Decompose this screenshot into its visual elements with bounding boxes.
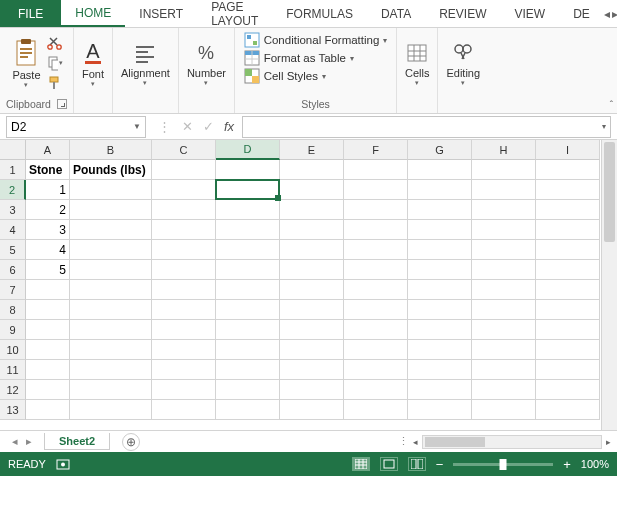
cell-B12[interactable]: [70, 380, 152, 400]
tab-formulas[interactable]: FORMULAS: [272, 0, 367, 27]
row-header-5[interactable]: 5: [0, 240, 26, 260]
cell-A6[interactable]: 5: [26, 260, 70, 280]
cell-C4[interactable]: [152, 220, 216, 240]
cell-I11[interactable]: [536, 360, 600, 380]
cell-D8[interactable]: [216, 300, 280, 320]
tab-view[interactable]: VIEW: [501, 0, 560, 27]
cell-B7[interactable]: [70, 280, 152, 300]
row-header-9[interactable]: 9: [0, 320, 26, 340]
tab-page-layout[interactable]: PAGE LAYOUT: [197, 0, 272, 27]
chevron-down-icon[interactable]: ▾: [350, 54, 354, 63]
cell-I13[interactable]: [536, 400, 600, 420]
column-header-E[interactable]: E: [280, 140, 344, 160]
cell-G8[interactable]: [408, 300, 472, 320]
cell-I4[interactable]: [536, 220, 600, 240]
cell-F3[interactable]: [344, 200, 408, 220]
cell-I3[interactable]: [536, 200, 600, 220]
row-header-1[interactable]: 1: [0, 160, 26, 180]
cell-B10[interactable]: [70, 340, 152, 360]
number-button[interactable]: % Number ▾: [185, 39, 228, 87]
cell-A4[interactable]: 3: [26, 220, 70, 240]
chevron-down-icon[interactable]: ▾: [91, 80, 95, 88]
cell-C8[interactable]: [152, 300, 216, 320]
cell-F11[interactable]: [344, 360, 408, 380]
cell-A8[interactable]: [26, 300, 70, 320]
cell-G3[interactable]: [408, 200, 472, 220]
cell-H12[interactable]: [472, 380, 536, 400]
ribbon-collapse-button[interactable]: ˆ: [610, 100, 613, 111]
chevron-down-icon[interactable]: ▾: [602, 122, 606, 131]
cell-B5[interactable]: [70, 240, 152, 260]
cell-C10[interactable]: [152, 340, 216, 360]
chevron-down-icon[interactable]: ▾: [204, 79, 208, 87]
tab-home[interactable]: HOME: [61, 0, 125, 27]
cell-C2[interactable]: [152, 180, 216, 200]
file-tab[interactable]: FILE: [0, 0, 61, 27]
sheet-nav-prev[interactable]: ◂: [12, 435, 18, 448]
cell-D5[interactable]: [216, 240, 280, 260]
cell-F1[interactable]: [344, 160, 408, 180]
cell-E6[interactable]: [280, 260, 344, 280]
cell-C1[interactable]: [152, 160, 216, 180]
horizontal-scrollbar[interactable]: [422, 435, 602, 449]
cell-H3[interactable]: [472, 200, 536, 220]
cell-F2[interactable]: [344, 180, 408, 200]
zoom-out-button[interactable]: −: [436, 457, 444, 472]
view-normal-button[interactable]: [352, 457, 370, 471]
row-header-12[interactable]: 12: [0, 380, 26, 400]
enter-icon[interactable]: ✓: [203, 119, 214, 134]
new-sheet-button[interactable]: ⊕: [122, 433, 140, 451]
column-header-C[interactable]: C: [152, 140, 216, 160]
cell-C3[interactable]: [152, 200, 216, 220]
cell-D6[interactable]: [216, 260, 280, 280]
chevron-down-icon[interactable]: ▾: [415, 79, 419, 87]
column-header-D[interactable]: D: [216, 140, 280, 160]
cell-D13[interactable]: [216, 400, 280, 420]
cell-D9[interactable]: [216, 320, 280, 340]
cell-H6[interactable]: [472, 260, 536, 280]
cell-B2[interactable]: [70, 180, 152, 200]
cell-E11[interactable]: [280, 360, 344, 380]
cell-I1[interactable]: [536, 160, 600, 180]
cell-I8[interactable]: [536, 300, 600, 320]
cell-G13[interactable]: [408, 400, 472, 420]
view-page-layout-button[interactable]: [380, 457, 398, 471]
cell-E8[interactable]: [280, 300, 344, 320]
chevron-down-icon[interactable]: ▾: [143, 79, 147, 87]
cell-D1[interactable]: [216, 160, 280, 180]
cell-H9[interactable]: [472, 320, 536, 340]
cell-A10[interactable]: [26, 340, 70, 360]
cell-F4[interactable]: [344, 220, 408, 240]
cell-H8[interactable]: [472, 300, 536, 320]
select-all-corner[interactable]: [0, 140, 26, 160]
fx-icon[interactable]: fx: [224, 119, 234, 134]
vertical-scrollbar[interactable]: [601, 140, 617, 430]
cell-B8[interactable]: [70, 300, 152, 320]
cell-F9[interactable]: [344, 320, 408, 340]
cell-H10[interactable]: [472, 340, 536, 360]
cell-G12[interactable]: [408, 380, 472, 400]
chevron-right-icon[interactable]: ▸: [612, 7, 617, 21]
cell-F10[interactable]: [344, 340, 408, 360]
cell-H5[interactable]: [472, 240, 536, 260]
cell-F8[interactable]: [344, 300, 408, 320]
cell-A13[interactable]: [26, 400, 70, 420]
cell-styles-button[interactable]: Cell Styles ▾: [244, 68, 388, 84]
cut-button[interactable]: [47, 35, 63, 51]
tab-insert[interactable]: INSERT: [125, 0, 197, 27]
row-header-13[interactable]: 13: [0, 400, 26, 420]
hscroll-right[interactable]: ▸: [606, 437, 611, 447]
column-header-F[interactable]: F: [344, 140, 408, 160]
cell-G5[interactable]: [408, 240, 472, 260]
cell-E4[interactable]: [280, 220, 344, 240]
row-header-6[interactable]: 6: [0, 260, 26, 280]
cell-A11[interactable]: [26, 360, 70, 380]
cell-E2[interactable]: [280, 180, 344, 200]
tab-data[interactable]: DATA: [367, 0, 425, 27]
cell-A7[interactable]: [26, 280, 70, 300]
cell-B4[interactable]: [70, 220, 152, 240]
cell-A1[interactable]: Stone: [26, 160, 70, 180]
cell-F12[interactable]: [344, 380, 408, 400]
cell-G9[interactable]: [408, 320, 472, 340]
chevron-left-icon[interactable]: ◂: [604, 7, 610, 21]
